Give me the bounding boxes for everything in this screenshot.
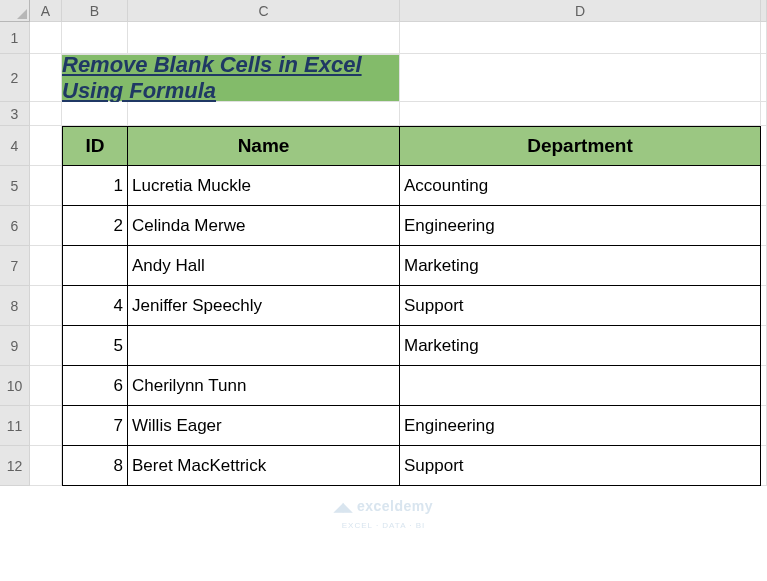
- cell-d2[interactable]: [400, 54, 761, 102]
- cell-c1[interactable]: [128, 22, 400, 54]
- cell-id-3[interactable]: 4: [62, 286, 128, 326]
- cell-dept-3[interactable]: Support: [400, 286, 761, 326]
- row-header-1[interactable]: 1: [0, 22, 30, 54]
- cell-gutter-6: [761, 206, 767, 246]
- col-header-b[interactable]: B: [62, 0, 128, 22]
- cell-name-6[interactable]: Willis Eager: [128, 406, 400, 446]
- cell-a6[interactable]: [30, 206, 62, 246]
- table-header-name[interactable]: Name: [128, 126, 400, 166]
- table-header-id[interactable]: ID: [62, 126, 128, 166]
- cell-d1[interactable]: [400, 22, 761, 54]
- row-header-8[interactable]: 8: [0, 286, 30, 326]
- cell-dept-1[interactable]: Engineering: [400, 206, 761, 246]
- cell-id-1[interactable]: 2: [62, 206, 128, 246]
- cell-name-5[interactable]: Cherilynn Tunn: [128, 366, 400, 406]
- row-header-10[interactable]: 10: [0, 366, 30, 406]
- watermark-logo-icon: ◢◣: [334, 500, 353, 514]
- row-header-9[interactable]: 9: [0, 326, 30, 366]
- row-header-6[interactable]: 6: [0, 206, 30, 246]
- select-all-corner[interactable]: [0, 0, 30, 22]
- cell-id-5[interactable]: 6: [62, 366, 128, 406]
- watermark-tagline: EXCEL · DATA · BI: [342, 521, 426, 530]
- cell-a9[interactable]: [30, 326, 62, 366]
- cell-dept-7[interactable]: Support: [400, 446, 761, 486]
- cell-b3[interactable]: [62, 102, 128, 126]
- cell-name-0[interactable]: Lucretia Muckle: [128, 166, 400, 206]
- cell-name-7[interactable]: Beret MacKettrick: [128, 446, 400, 486]
- row-header-3[interactable]: 3: [0, 102, 30, 126]
- table-header-dept[interactable]: Department: [400, 126, 761, 166]
- spreadsheet-grid: A B C D 1 2 Remove Blank Cells in Excel …: [0, 0, 767, 486]
- cell-id-0[interactable]: 1: [62, 166, 128, 206]
- cell-id-7[interactable]: 8: [62, 446, 128, 486]
- cell-name-1[interactable]: Celinda Merwe: [128, 206, 400, 246]
- row-header-12[interactable]: 12: [0, 446, 30, 486]
- watermark: ◢◣exceldemy EXCEL · DATA · BI: [334, 498, 433, 532]
- cell-id-6[interactable]: 7: [62, 406, 128, 446]
- col-header-c[interactable]: C: [128, 0, 400, 22]
- cell-a7[interactable]: [30, 246, 62, 286]
- row-header-7[interactable]: 7: [0, 246, 30, 286]
- cell-gutter-11: [761, 406, 767, 446]
- cell-name-4[interactable]: [128, 326, 400, 366]
- cell-name-2[interactable]: Andy Hall: [128, 246, 400, 286]
- cell-a8[interactable]: [30, 286, 62, 326]
- row-header-4[interactable]: 4: [0, 126, 30, 166]
- cell-gutter-1: [761, 22, 767, 54]
- cell-gutter-3: [761, 102, 767, 126]
- cell-c3[interactable]: [128, 102, 400, 126]
- cell-gutter-7: [761, 246, 767, 286]
- cell-id-4[interactable]: 5: [62, 326, 128, 366]
- cell-b1[interactable]: [62, 22, 128, 54]
- watermark-brand: exceldemy: [357, 498, 433, 514]
- cell-a12[interactable]: [30, 446, 62, 486]
- cell-dept-6[interactable]: Engineering: [400, 406, 761, 446]
- row-header-2[interactable]: 2: [0, 54, 30, 102]
- cell-dept-0[interactable]: Accounting: [400, 166, 761, 206]
- cell-a11[interactable]: [30, 406, 62, 446]
- cell-gutter-10: [761, 366, 767, 406]
- col-header-gutter: [761, 0, 767, 22]
- col-header-d[interactable]: D: [400, 0, 761, 22]
- cell-a1[interactable]: [30, 22, 62, 54]
- cell-id-2[interactable]: [62, 246, 128, 286]
- row-header-11[interactable]: 11: [0, 406, 30, 446]
- cell-a2[interactable]: [30, 54, 62, 102]
- cell-a3[interactable]: [30, 102, 62, 126]
- title-banner[interactable]: Remove Blank Cells in Excel Using Formul…: [62, 54, 400, 102]
- cell-a4[interactable]: [30, 126, 62, 166]
- cell-dept-5[interactable]: [400, 366, 761, 406]
- cell-gutter-8: [761, 286, 767, 326]
- row-header-5[interactable]: 5: [0, 166, 30, 206]
- cell-dept-2[interactable]: Marketing: [400, 246, 761, 286]
- cell-a10[interactable]: [30, 366, 62, 406]
- cell-name-3[interactable]: Jeniffer Speechly: [128, 286, 400, 326]
- cell-d3[interactable]: [400, 102, 761, 126]
- cell-gutter-5: [761, 166, 767, 206]
- cell-gutter-12: [761, 446, 767, 486]
- cell-gutter-2: [761, 54, 767, 102]
- cell-dept-4[interactable]: Marketing: [400, 326, 761, 366]
- cell-gutter-9: [761, 326, 767, 366]
- cell-a5[interactable]: [30, 166, 62, 206]
- cell-gutter-4: [761, 126, 767, 166]
- col-header-a[interactable]: A: [30, 0, 62, 22]
